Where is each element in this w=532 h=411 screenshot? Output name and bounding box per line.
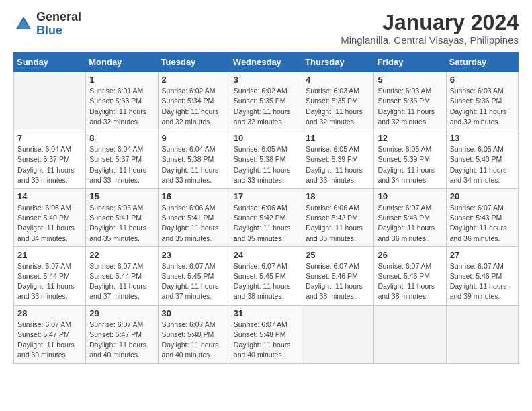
- day-cell: 24Sunrise: 6:07 AMSunset: 5:45 PMDayligh…: [230, 246, 302, 305]
- day-info: Sunrise: 6:07 AMSunset: 5:47 PMDaylight:…: [17, 320, 82, 361]
- day-number: 5: [378, 75, 442, 85]
- day-cell: 18Sunrise: 6:06 AMSunset: 5:42 PMDayligh…: [302, 188, 374, 246]
- day-number: 30: [162, 308, 226, 318]
- day-cell: 31Sunrise: 6:07 AMSunset: 5:48 PMDayligh…: [230, 305, 302, 363]
- day-cell: [14, 72, 86, 130]
- day-info: Sunrise: 6:07 AMSunset: 5:48 PMDaylight:…: [234, 320, 298, 361]
- day-info: Sunrise: 6:05 AMSunset: 5:40 PMDaylight:…: [450, 144, 515, 185]
- day-info: Sunrise: 6:07 AMSunset: 5:46 PMDaylight:…: [306, 261, 370, 302]
- day-number: 20: [450, 191, 515, 201]
- day-info: Sunrise: 6:07 AMSunset: 5:45 PMDaylight:…: [162, 261, 226, 302]
- day-number: 11: [306, 133, 370, 143]
- day-info: Sunrise: 6:07 AMSunset: 5:44 PMDaylight:…: [17, 261, 82, 302]
- day-cell: 28Sunrise: 6:07 AMSunset: 5:47 PMDayligh…: [14, 305, 86, 363]
- day-cell: 11Sunrise: 6:05 AMSunset: 5:39 PMDayligh…: [302, 130, 374, 189]
- day-cell: 13Sunrise: 6:05 AMSunset: 5:40 PMDayligh…: [446, 130, 518, 189]
- day-cell: 7Sunrise: 6:04 AMSunset: 5:37 PMDaylight…: [14, 130, 86, 189]
- col-header-tuesday: Tuesday: [158, 53, 230, 72]
- day-cell: 1Sunrise: 6:01 AMSunset: 5:33 PMDaylight…: [86, 72, 158, 130]
- day-number: 2: [162, 75, 226, 85]
- day-number: 4: [306, 75, 370, 85]
- calendar-title: January 2024: [341, 11, 519, 34]
- col-header-friday: Friday: [374, 53, 446, 72]
- day-number: 17: [234, 191, 298, 201]
- day-number: 7: [17, 133, 82, 143]
- day-number: 14: [17, 191, 82, 201]
- week-row-1: 1Sunrise: 6:01 AMSunset: 5:33 PMDaylight…: [14, 72, 519, 130]
- day-cell: [446, 305, 518, 363]
- day-number: 21: [17, 250, 82, 260]
- day-info: Sunrise: 6:06 AMSunset: 5:42 PMDaylight:…: [306, 203, 370, 244]
- day-cell: 27Sunrise: 6:07 AMSunset: 5:46 PMDayligh…: [446, 246, 518, 305]
- col-header-sunday: Sunday: [14, 53, 86, 72]
- week-row-5: 28Sunrise: 6:07 AMSunset: 5:47 PMDayligh…: [14, 305, 519, 363]
- col-header-wednesday: Wednesday: [230, 53, 302, 72]
- day-number: 24: [234, 250, 298, 260]
- day-cell: 16Sunrise: 6:06 AMSunset: 5:41 PMDayligh…: [158, 188, 230, 246]
- day-info: Sunrise: 6:02 AMSunset: 5:34 PMDaylight:…: [162, 86, 226, 127]
- day-cell: 25Sunrise: 6:07 AMSunset: 5:46 PMDayligh…: [302, 246, 374, 305]
- day-cell: 20Sunrise: 6:07 AMSunset: 5:43 PMDayligh…: [446, 188, 518, 246]
- day-cell: 3Sunrise: 6:02 AMSunset: 5:35 PMDaylight…: [230, 72, 302, 130]
- col-header-thursday: Thursday: [302, 53, 374, 72]
- day-number: 8: [89, 133, 154, 143]
- day-info: Sunrise: 6:03 AMSunset: 5:35 PMDaylight:…: [306, 86, 370, 127]
- col-header-saturday: Saturday: [446, 53, 518, 72]
- day-number: 22: [89, 250, 154, 260]
- day-cell: [302, 305, 374, 363]
- day-info: Sunrise: 6:05 AMSunset: 5:39 PMDaylight:…: [378, 144, 442, 185]
- day-number: 6: [450, 75, 515, 85]
- day-cell: 23Sunrise: 6:07 AMSunset: 5:45 PMDayligh…: [158, 246, 230, 305]
- day-info: Sunrise: 6:03 AMSunset: 5:36 PMDaylight:…: [450, 86, 515, 127]
- day-info: Sunrise: 6:07 AMSunset: 5:43 PMDaylight:…: [378, 203, 442, 244]
- day-info: Sunrise: 6:05 AMSunset: 5:39 PMDaylight:…: [306, 144, 370, 185]
- logo-general: General: [36, 10, 81, 24]
- day-number: 19: [378, 191, 442, 201]
- title-block: January 2024 Minglanilla, Central Visaya…: [341, 11, 519, 46]
- day-number: 12: [378, 133, 442, 143]
- day-number: 18: [306, 191, 370, 201]
- day-number: 3: [234, 75, 298, 85]
- day-cell: 12Sunrise: 6:05 AMSunset: 5:39 PMDayligh…: [374, 130, 446, 189]
- day-number: 15: [89, 191, 154, 201]
- day-info: Sunrise: 6:06 AMSunset: 5:41 PMDaylight:…: [162, 203, 226, 244]
- day-number: 13: [450, 133, 515, 143]
- day-info: Sunrise: 6:07 AMSunset: 5:45 PMDaylight:…: [234, 261, 298, 302]
- day-cell: 17Sunrise: 6:06 AMSunset: 5:42 PMDayligh…: [230, 188, 302, 246]
- day-number: 25: [306, 250, 370, 260]
- day-cell: 15Sunrise: 6:06 AMSunset: 5:41 PMDayligh…: [86, 188, 158, 246]
- day-number: 28: [17, 308, 82, 318]
- calendar-subtitle: Minglanilla, Central Visayas, Philippine…: [341, 34, 519, 46]
- day-info: Sunrise: 6:06 AMSunset: 5:42 PMDaylight:…: [234, 203, 298, 244]
- week-row-2: 7Sunrise: 6:04 AMSunset: 5:37 PMDaylight…: [14, 130, 519, 189]
- day-number: 26: [378, 250, 442, 260]
- day-cell: 2Sunrise: 6:02 AMSunset: 5:34 PMDaylight…: [158, 72, 230, 130]
- day-cell: 30Sunrise: 6:07 AMSunset: 5:48 PMDayligh…: [158, 305, 230, 363]
- header-row: SundayMondayTuesdayWednesdayThursdayFrid…: [14, 53, 519, 72]
- day-info: Sunrise: 6:07 AMSunset: 5:47 PMDaylight:…: [89, 320, 154, 361]
- calendar-table: SundayMondayTuesdayWednesdayThursdayFrid…: [13, 52, 519, 363]
- day-cell: 26Sunrise: 6:07 AMSunset: 5:46 PMDayligh…: [374, 246, 446, 305]
- day-info: Sunrise: 6:04 AMSunset: 5:38 PMDaylight:…: [162, 144, 226, 185]
- day-number: 9: [162, 133, 226, 143]
- day-cell: 4Sunrise: 6:03 AMSunset: 5:35 PMDaylight…: [302, 72, 374, 130]
- day-number: 23: [162, 250, 226, 260]
- page-header: General Blue January 2024 Minglanilla, C…: [13, 11, 519, 46]
- logo-icon: [13, 14, 34, 34]
- day-number: 1: [89, 75, 154, 85]
- day-info: Sunrise: 6:07 AMSunset: 5:48 PMDaylight:…: [162, 320, 226, 361]
- day-cell: 14Sunrise: 6:06 AMSunset: 5:40 PMDayligh…: [14, 188, 86, 246]
- day-number: 31: [234, 308, 298, 318]
- day-number: 27: [450, 250, 515, 260]
- logo: General Blue: [13, 11, 81, 38]
- day-cell: 6Sunrise: 6:03 AMSunset: 5:36 PMDaylight…: [446, 72, 518, 130]
- day-number: 10: [234, 133, 298, 143]
- day-info: Sunrise: 6:01 AMSunset: 5:33 PMDaylight:…: [89, 86, 154, 127]
- day-info: Sunrise: 6:04 AMSunset: 5:37 PMDaylight:…: [17, 144, 82, 185]
- day-cell: 9Sunrise: 6:04 AMSunset: 5:38 PMDaylight…: [158, 130, 230, 189]
- day-cell: 22Sunrise: 6:07 AMSunset: 5:44 PMDayligh…: [86, 246, 158, 305]
- day-info: Sunrise: 6:07 AMSunset: 5:43 PMDaylight:…: [450, 203, 515, 244]
- day-info: Sunrise: 6:05 AMSunset: 5:38 PMDaylight:…: [234, 144, 298, 185]
- day-info: Sunrise: 6:06 AMSunset: 5:41 PMDaylight:…: [89, 203, 154, 244]
- day-info: Sunrise: 6:07 AMSunset: 5:46 PMDaylight:…: [378, 261, 442, 302]
